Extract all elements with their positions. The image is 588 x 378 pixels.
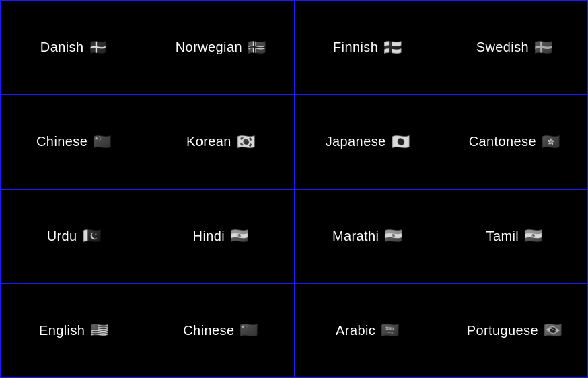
flag-danish: 🇩🇰 xyxy=(89,39,107,56)
flag-korean: 🇰🇷 xyxy=(237,133,255,151)
cell-urdu[interactable]: Urdu🇵🇰 xyxy=(1,190,147,284)
cell-japanese[interactable]: Japanese🇯🇵 xyxy=(295,95,441,189)
flag-swedish: 🇸🇪 xyxy=(534,39,552,56)
flag-arabic: 🇸🇦 xyxy=(381,322,399,339)
flag-japanese: 🇯🇵 xyxy=(392,133,410,151)
label-portuguese: Portuguese xyxy=(467,323,538,338)
cell-arabic[interactable]: Arabic🇸🇦 xyxy=(295,284,441,378)
cell-chinese-row2[interactable]: Chinese🇨🇳 xyxy=(1,95,147,189)
flag-urdu: 🇵🇰 xyxy=(83,227,101,245)
cell-norwegian[interactable]: Norwegian🇳🇴 xyxy=(147,1,294,95)
cell-tamil[interactable]: Tamil🇮🇳 xyxy=(441,190,588,284)
flag-cantonese: 🇭🇰 xyxy=(542,133,560,151)
label-urdu: Urdu xyxy=(47,229,77,244)
flag-english: 🇺🇸 xyxy=(90,322,108,339)
label-swedish: Swedish xyxy=(476,40,529,55)
label-chinese-row2: Chinese xyxy=(36,134,87,149)
label-tamil: Tamil xyxy=(486,229,519,244)
flag-finnish: 🇫🇮 xyxy=(383,39,402,56)
label-cantonese: Cantonese xyxy=(469,134,536,149)
flag-chinese-row4: 🇨🇳 xyxy=(240,322,258,339)
flag-marathi: 🇮🇳 xyxy=(384,227,402,245)
label-korean: Korean xyxy=(186,134,231,149)
label-japanese: Japanese xyxy=(326,134,386,149)
cell-portuguese[interactable]: Portuguese🇧🇷 xyxy=(441,284,588,378)
label-hindi: Hindi xyxy=(193,229,225,244)
label-chinese-row4: Chinese xyxy=(183,323,234,338)
flag-tamil: 🇮🇳 xyxy=(524,227,542,245)
label-norwegian: Norwegian xyxy=(176,40,242,55)
cell-korean[interactable]: Korean🇰🇷 xyxy=(147,95,294,189)
cell-danish[interactable]: Danish🇩🇰 xyxy=(1,1,147,95)
label-arabic: Arabic xyxy=(336,323,375,338)
flag-norwegian: 🇳🇴 xyxy=(248,39,266,56)
cell-chinese-row4[interactable]: Chinese🇨🇳 xyxy=(147,284,294,378)
flag-hindi: 🇮🇳 xyxy=(230,227,248,245)
label-danish: Danish xyxy=(40,40,84,55)
label-marathi: Marathi xyxy=(332,229,379,244)
cell-hindi[interactable]: Hindi🇮🇳 xyxy=(147,190,294,284)
cell-marathi[interactable]: Marathi🇮🇳 xyxy=(295,190,441,284)
flag-chinese-row2: 🇨🇳 xyxy=(93,133,111,151)
flag-portuguese: 🇧🇷 xyxy=(544,322,562,339)
cell-swedish[interactable]: Swedish🇸🇪 xyxy=(441,1,588,95)
language-grid: Danish🇩🇰Norwegian🇳🇴Finnish🇫🇮Swedish🇸🇪Chi… xyxy=(0,0,588,378)
cell-english[interactable]: English🇺🇸 xyxy=(1,284,147,378)
label-finnish: Finnish xyxy=(333,40,378,55)
label-english: English xyxy=(39,323,85,338)
cell-finnish[interactable]: Finnish🇫🇮 xyxy=(295,1,441,95)
cell-cantonese[interactable]: Cantonese🇭🇰 xyxy=(441,95,588,189)
